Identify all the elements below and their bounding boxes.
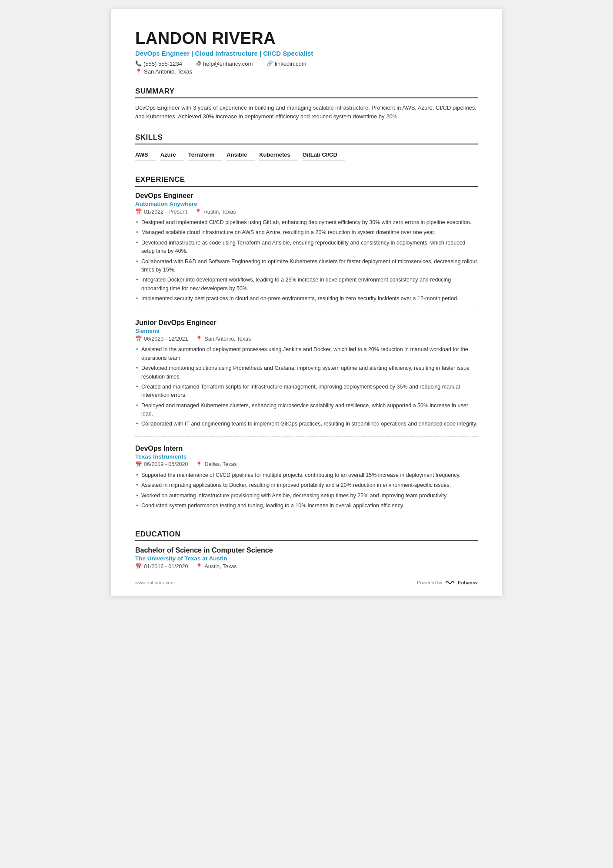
exp-date: 06/2019 - 05/2020	[144, 461, 188, 467]
exp-bullet: Assisted in migrating applications to Do…	[135, 481, 478, 489]
exp-meta: 📅 06/2020 - 12/2021 📍 San Antonio, Texas	[135, 335, 478, 342]
phone-contact: 📞 (555) 555-1234	[135, 60, 182, 67]
footer-brand: Powered by Enhancv	[417, 579, 478, 586]
contact-row: 📞 (555) 555-1234 @ help@enhancv.com 🔗 li…	[135, 60, 478, 67]
phone-number: (555) 555-1234	[143, 60, 182, 67]
email-address: help@enhancv.com	[203, 60, 253, 67]
education-section: EDUCATION Bachelor of Science in Compute…	[135, 530, 478, 570]
exp-bullet: Integrated Docker into development workf…	[135, 276, 478, 293]
exp-bullet: Managed scalable cloud infrastructure on…	[135, 228, 478, 237]
location-pin-icon: 📍	[196, 461, 203, 468]
exp-date: 06/2020 - 12/2021	[144, 336, 188, 342]
skill-item: Ansible	[227, 150, 255, 161]
brand-name: Enhancv	[458, 580, 478, 585]
location-pin-icon: 📍	[135, 68, 142, 75]
edu-date: 01/2016 - 01/2020	[144, 563, 188, 570]
exp-bullet: Implemented security best practices in c…	[135, 295, 478, 303]
exp-company: Siemens	[135, 328, 478, 334]
edu-location: Austin, Texas	[204, 563, 237, 570]
enhancv-logo-icon	[445, 579, 455, 586]
exp-company: Texas Instruments	[135, 453, 478, 460]
edu-location-icon: 📍	[196, 563, 203, 570]
exp-job-title: DevOps Engineer	[135, 192, 478, 200]
exp-bullets: Assisted in the automation of deployment…	[135, 345, 478, 428]
edu-date-item: 📅 01/2016 - 01/2020	[135, 563, 188, 570]
phone-icon: 📞	[135, 60, 142, 67]
skills-section: SKILLS AWSAzureTerraformAnsibleKubernete…	[135, 133, 478, 163]
exp-bullets: Designed and implemented CI/CD pipelines…	[135, 218, 478, 303]
calendar-icon: 📅	[135, 335, 142, 342]
exp-location-item: 📍 San Antonio, Texas	[196, 335, 251, 342]
skill-item: GitLab CI/CD	[303, 150, 345, 161]
exp-bullet: Collaborated with R&D and Software Engin…	[135, 258, 478, 275]
linkedin-contact[interactable]: 🔗 linkedin.com	[267, 60, 306, 67]
linkedin-url: linkedin.com	[275, 60, 306, 67]
exp-bullets: Supported the maintenance of CI/CD pipel…	[135, 471, 478, 510]
experience-entry: Junior DevOps EngineerSiemens 📅 06/2020 …	[135, 319, 478, 436]
powered-by-text: Powered by	[417, 580, 442, 585]
skills-title: SKILLS	[135, 133, 478, 144]
header: LANDON RIVERA DevOps Engineer | Cloud In…	[135, 30, 478, 75]
exp-meta: 📅 01/2022 - Present 📍 Austin, Texas	[135, 208, 478, 215]
footer-website: www.enhancv.com	[135, 580, 175, 585]
exp-bullet: Designed and implemented CI/CD pipelines…	[135, 218, 478, 227]
exp-bullet: Developed monitoring solutions using Pro…	[135, 364, 478, 381]
summary-text: DevOps Engineer with 3 years of experien…	[135, 104, 478, 121]
exp-bullet: Developed infrastructure as code using T…	[135, 239, 478, 256]
exp-meta: 📅 06/2019 - 05/2020 📍 Dallas, Texas	[135, 461, 478, 468]
summary-section: SUMMARY DevOps Engineer with 3 years of …	[135, 87, 478, 121]
exp-location-item: 📍 Austin, Texas	[195, 208, 236, 215]
edu-degree: Bachelor of Science in Computer Science	[135, 546, 478, 554]
candidate-name: LANDON RIVERA	[135, 30, 478, 48]
skill-item: Azure	[160, 150, 184, 161]
calendar-icon: 📅	[135, 208, 142, 215]
experience-section: EXPERIENCE DevOps EngineerAutomation Any…	[135, 175, 478, 518]
skill-item: AWS	[135, 150, 156, 161]
calendar-icon: 📅	[135, 563, 142, 570]
location-row: 📍 San Antonio, Texas	[135, 68, 478, 75]
exp-location-item: 📍 Dallas, Texas	[196, 461, 237, 468]
exp-bullet: Supported the maintenance of CI/CD pipel…	[135, 471, 478, 479]
exp-bullet: Deployed and managed Kubernetes clusters…	[135, 402, 478, 419]
exp-job-title: Junior DevOps Engineer	[135, 319, 478, 327]
link-icon: 🔗	[267, 60, 273, 67]
exp-location: Dallas, Texas	[204, 461, 237, 467]
location-pin-icon: 📍	[196, 335, 203, 342]
exp-bullet: Worked on automating infrastructure prov…	[135, 492, 478, 500]
calendar-icon: 📅	[135, 461, 142, 468]
edu-meta: 📅 01/2016 - 01/2020 📍 Austin, Texas	[135, 563, 478, 570]
location-pin-icon: 📍	[195, 208, 202, 215]
exp-bullet: Assisted in the automation of deployment…	[135, 345, 478, 362]
exp-date: 01/2022 - Present	[144, 209, 187, 215]
skills-list: AWSAzureTerraformAnsibleKubernetesGitLab…	[135, 150, 478, 163]
location-text: San Antonio, Texas	[144, 68, 192, 75]
exp-company: Automation Anywhere	[135, 201, 478, 207]
exp-bullet: Collaborated with IT and engineering tea…	[135, 420, 478, 428]
exp-bullet: Conducted system performance testing and…	[135, 502, 478, 510]
exp-date-item: 📅 06/2019 - 05/2020	[135, 461, 188, 468]
exp-location: San Antonio, Texas	[204, 336, 251, 342]
exp-date-item: 📅 06/2020 - 12/2021	[135, 335, 188, 342]
summary-title: SUMMARY	[135, 87, 478, 98]
exp-location: Austin, Texas	[203, 209, 236, 215]
page-footer: www.enhancv.com Powered by Enhancv	[135, 579, 478, 586]
edu-location-item: 📍 Austin, Texas	[196, 563, 237, 570]
exp-bullet: Created and maintained Terraform scripts…	[135, 383, 478, 400]
education-title: EDUCATION	[135, 530, 478, 541]
edu-school: The University of Texas at Austin	[135, 555, 478, 562]
experience-entry: DevOps InternTexas Instruments 📅 06/2019…	[135, 445, 478, 518]
experience-title: EXPERIENCE	[135, 175, 478, 187]
email-icon: @	[196, 60, 201, 67]
skill-item: Terraform	[188, 150, 222, 161]
resume-page: LANDON RIVERA DevOps Engineer | Cloud In…	[111, 9, 502, 596]
skill-item: Kubernetes	[259, 150, 298, 161]
candidate-title: DevOps Engineer | Cloud Infrastructure |…	[135, 50, 478, 57]
experience-entry: DevOps EngineerAutomation Anywhere 📅 01/…	[135, 192, 478, 311]
exp-job-title: DevOps Intern	[135, 445, 478, 452]
email-contact: @ help@enhancv.com	[196, 60, 253, 67]
exp-date-item: 📅 01/2022 - Present	[135, 208, 187, 215]
